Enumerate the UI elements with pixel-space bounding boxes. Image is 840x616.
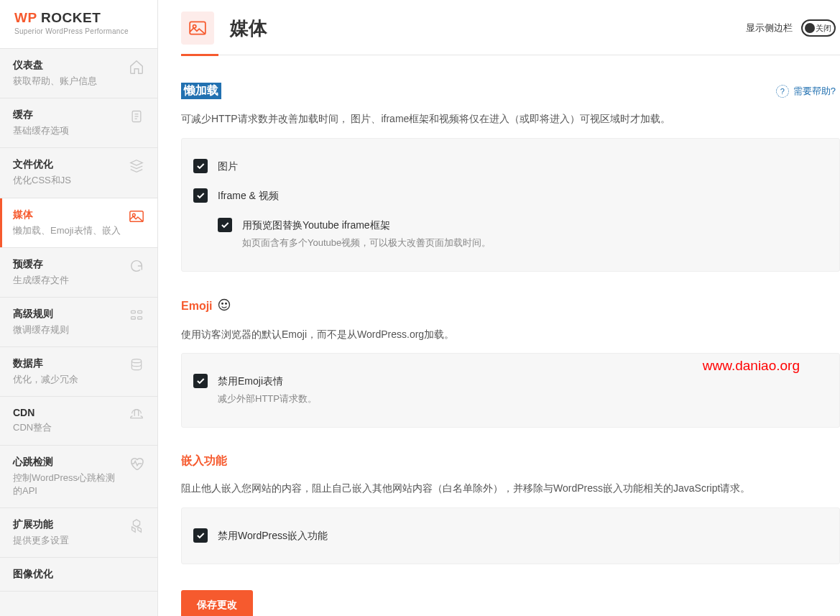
nav-media[interactable]: 媒体懒加载、Emoji表情、嵌入 (0, 198, 157, 248)
svg-rect-6 (131, 311, 136, 313)
nav-cdn[interactable]: CDNCDN整合 (0, 397, 157, 445)
section-lazyload-title: 懒加载 (181, 83, 221, 99)
checkbox-disable-embed[interactable] (193, 528, 208, 543)
main-content: 媒体 显示侧边栏 关闭 懒加载 ?需要帮助? 可减少HTTP请求数并改善加载时间… (158, 0, 840, 616)
section-emoji-desc: 使用访客浏览器的默认Emoji，而不是从WordPress.org加载。 (181, 326, 840, 344)
svg-point-15 (225, 303, 226, 304)
label-iframe: Iframe & 视频 (218, 188, 279, 203)
nav-database[interactable]: 数据库优化，减少冗余 (0, 347, 157, 397)
nav-dashboard[interactable]: 仪表盘获取帮助、账户信息 (0, 49, 157, 98)
media-page-icon (181, 12, 214, 45)
page-header: 媒体 显示侧边栏 关闭 (181, 12, 840, 55)
section-emoji-title: Emoji (181, 298, 231, 315)
sliders-icon (129, 308, 144, 323)
svg-rect-9 (138, 317, 142, 319)
show-sidebar-label: 显示侧边栏 (746, 22, 793, 35)
label-images: 图片 (218, 159, 238, 174)
embed-panel: 禁用WordPress嵌入功能 (181, 507, 840, 564)
checkbox-youtube[interactable] (218, 218, 232, 232)
cubes-icon (129, 518, 144, 534)
checkbox-disable-emoji[interactable] (193, 374, 208, 388)
nav-preload[interactable]: 预缓存生成缓存文件 (0, 248, 157, 298)
sidebar-toggle[interactable]: 关闭 (801, 19, 836, 37)
svg-point-10 (131, 359, 141, 363)
lazyload-panel: 图片 Iframe & 视频 用预览图替换Youtube iframe框架 如页… (181, 138, 840, 272)
sidebar: WP ROCKET Superior WordPress Performance… (0, 0, 158, 616)
svg-point-13 (218, 299, 229, 310)
heartbeat-icon (129, 456, 144, 472)
image-icon (129, 208, 144, 224)
nav-heartbeat[interactable]: 心跳检测控制WordPress心跳检测的API (0, 446, 157, 508)
hand-icon (129, 407, 144, 423)
section-lazyload-desc: 可减少HTTP请求数并改善加载时间， 图片、iframe框架和视频将仅在进入（或… (181, 111, 840, 128)
label-disable-embed: 禁用WordPress嵌入功能 (218, 528, 328, 543)
layers-icon (129, 158, 144, 174)
emoji-face-icon (217, 298, 231, 315)
section-embed-desc: 阻止他人嵌入您网站的内容，阻止自己嵌入其他网站内容（白名单除外），并移除与Wor… (181, 480, 840, 497)
page-title: 媒体 (230, 16, 267, 41)
checkbox-images[interactable] (193, 159, 208, 173)
section-embed-title: 嵌入功能 (181, 454, 227, 469)
svg-rect-7 (138, 311, 142, 313)
checkbox-iframe[interactable] (193, 188, 208, 203)
database-icon (129, 357, 144, 373)
save-button[interactable]: 保存更改 (181, 590, 253, 616)
home-icon (129, 59, 144, 75)
logo: WP ROCKET Superior WordPress Performance (0, 0, 157, 49)
nav-addons[interactable]: 扩展功能提供更多设置 (0, 508, 157, 558)
label-youtube: 用预览图替换Youtube iframe框架 如页面含有多个Youtube视频，… (242, 218, 491, 251)
nav-cache[interactable]: 缓存基础缓存选项 (0, 98, 157, 148)
refresh-icon (129, 258, 144, 274)
svg-point-14 (221, 303, 223, 304)
document-icon (129, 109, 144, 124)
help-icon: ? (776, 85, 789, 98)
nav-advanced[interactable]: 高级规则微调缓存规则 (0, 298, 157, 347)
label-disable-emoji: 禁用Emoji表情 减少外部HTTP请求数。 (218, 374, 317, 407)
help-link[interactable]: ?需要帮助? (776, 85, 840, 98)
nav-image-opt[interactable]: 图像优化 (0, 558, 157, 592)
emoji-panel: 禁用Emoji表情 减少外部HTTP请求数。 (181, 353, 840, 428)
nav-file-opt[interactable]: 文件优化优化CSS和JS (0, 148, 157, 198)
svg-rect-8 (131, 317, 136, 319)
